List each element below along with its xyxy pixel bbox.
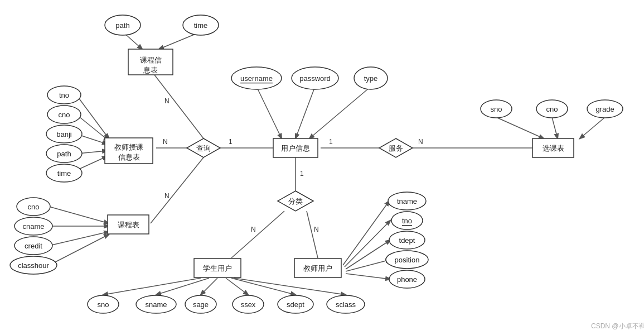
svg-line-26 (231, 211, 284, 258)
svg-text:N: N (164, 192, 170, 200)
svg-line-6 (151, 157, 204, 223)
svg-text:学生用户: 学生用户 (203, 264, 232, 272)
svg-text:sage: sage (193, 300, 209, 309)
path-top-node: path (105, 15, 141, 35)
svg-text:课程信: 课程信 (140, 56, 162, 64)
path-teacher-node: path (46, 145, 82, 162)
svg-text:查询: 查询 (196, 144, 211, 152)
svg-text:classhour: classhour (18, 261, 49, 270)
diagram-container: N N N 1 1 (0, 0, 644, 335)
svg-text:path: path (115, 21, 129, 30)
svg-line-32 (201, 278, 217, 295)
time-teacher-node: time (46, 164, 82, 182)
tno-node: tno (47, 86, 81, 104)
sdept-node: sdept (278, 295, 313, 313)
svg-line-43 (496, 117, 544, 138)
username-node: username (231, 67, 282, 89)
svg-line-34 (231, 278, 296, 295)
credit-node: credit (14, 237, 52, 255)
svg-line-35 (234, 278, 346, 295)
yonghu-info-node: 用户信息 (273, 138, 318, 157)
svg-text:sno: sno (98, 300, 109, 309)
svg-text:time: time (57, 169, 71, 178)
sno-bottom-node: sno (88, 295, 119, 313)
svg-line-12 (76, 156, 107, 170)
svg-text:tno: tno (402, 217, 412, 225)
svg-line-37 (345, 221, 390, 267)
svg-text:1: 1 (300, 170, 304, 178)
svg-line-13 (49, 207, 109, 223)
password-node: password (292, 67, 338, 89)
sname-node: sname (136, 295, 176, 313)
svg-text:教师用户: 教师用户 (303, 264, 332, 272)
svg-text:tdept: tdept (399, 236, 415, 245)
svg-text:tname: tname (397, 197, 417, 205)
svg-text:信息表: 信息表 (118, 153, 140, 161)
svg-text:N: N (163, 138, 168, 146)
svg-line-33 (226, 278, 248, 295)
position-node: position (386, 251, 428, 269)
svg-text:ssex: ssex (241, 300, 256, 309)
ssex-node: ssex (233, 295, 264, 313)
svg-line-20 (296, 87, 315, 138)
svg-text:N: N (164, 97, 170, 105)
svg-text:N: N (251, 226, 256, 233)
student-user-node: 学生用户 (194, 259, 241, 277)
svg-text:grade: grade (595, 105, 614, 113)
svg-line-38 (346, 240, 390, 269)
svg-text:tno: tno (59, 91, 69, 99)
svg-text:time: time (194, 21, 208, 30)
cname-node: cname (14, 217, 52, 235)
svg-text:username: username (240, 74, 273, 83)
course-table-node: 课程表 (108, 215, 149, 234)
svg-line-2 (151, 70, 204, 138)
svg-text:cno: cno (28, 203, 40, 211)
svg-text:服务: 服务 (389, 144, 403, 152)
type-node: type (354, 67, 388, 89)
grade-node: grade (587, 100, 623, 118)
banji-node: banji (46, 125, 82, 143)
teacher-info-node: 教师授课 信息表 (105, 138, 153, 164)
svg-line-28 (307, 211, 318, 258)
sclass-node: sclass (327, 295, 365, 313)
watermark: CSDN @小卓不羁 (591, 322, 644, 330)
svg-text:password: password (299, 74, 331, 83)
svg-text:教师授课: 教师授课 (114, 143, 143, 151)
svg-text:息表: 息表 (143, 66, 158, 74)
chaxun-node: 查询 (187, 138, 220, 157)
tno-teacher2-node: tno (391, 212, 423, 229)
svg-text:sclass: sclass (336, 300, 356, 309)
svg-text:cname: cname (22, 222, 44, 231)
svg-text:position: position (395, 256, 420, 264)
fuwu-node: 服务 (379, 138, 413, 157)
fenlei-node: 分类 (278, 191, 313, 211)
svg-line-31 (156, 278, 209, 295)
svg-line-44 (552, 117, 558, 138)
svg-line-39 (346, 260, 390, 271)
svg-text:1: 1 (229, 138, 233, 146)
svg-line-45 (580, 117, 605, 138)
svg-text:banji: banji (56, 130, 72, 138)
svg-line-21 (309, 87, 371, 138)
svg-text:sdept: sdept (287, 300, 304, 309)
svg-text:phone: phone (397, 275, 417, 284)
tname-node: tname (388, 192, 426, 210)
svg-line-19 (256, 87, 282, 138)
sage-node: sage (185, 295, 216, 313)
classhour-node: classhour (10, 256, 57, 274)
svg-text:用户信息: 用户信息 (281, 144, 310, 152)
tdept-node: tdept (389, 231, 425, 249)
svg-text:cno: cno (59, 111, 70, 119)
time-top-node: time (183, 15, 219, 35)
svg-text:分类: 分类 (288, 197, 303, 205)
svg-text:path: path (57, 150, 71, 158)
svg-text:credit: credit (25, 242, 42, 250)
svg-text:sno: sno (491, 105, 502, 113)
xuanke-table-node: 选课表 (532, 138, 574, 157)
svg-text:sname: sname (145, 300, 167, 309)
cno-teacher-node: cno (47, 106, 81, 123)
svg-line-40 (346, 274, 390, 279)
phone-node: phone (389, 270, 425, 288)
svg-line-30 (103, 278, 201, 295)
svg-text:课程表: 课程表 (118, 221, 139, 229)
